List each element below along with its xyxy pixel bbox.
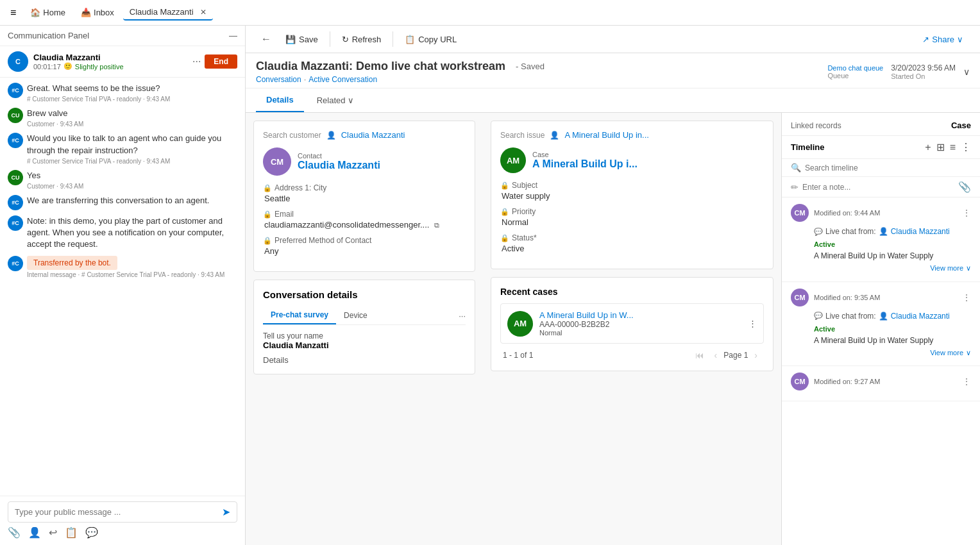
message-row: #C Note: in this demo, you play the part… bbox=[8, 215, 237, 251]
message-content: Would you like to talk to an agent who c… bbox=[27, 133, 237, 164]
entity-type: Contact bbox=[298, 152, 380, 160]
chat-icon[interactable]: 💬 bbox=[85, 526, 98, 539]
more-timeline-icon[interactable]: ⋮ bbox=[961, 141, 971, 153]
entry-more-icon[interactable]: ⋮ bbox=[962, 376, 971, 387]
hamburger-menu[interactable]: ≡ bbox=[5, 4, 21, 21]
share-button[interactable]: ↗ Share ∨ bbox=[916, 31, 970, 47]
template-icon[interactable]: 📋 bbox=[65, 526, 78, 539]
survey-field-value: Claudia Manzatti bbox=[263, 340, 466, 350]
entry-avatar: CM bbox=[791, 373, 809, 390]
field-status-value: Active bbox=[500, 244, 764, 253]
recent-case-title[interactable]: A Mineral Build Up in W... bbox=[539, 310, 742, 320]
tab-details[interactable]: Details bbox=[256, 88, 304, 112]
message-row: #C Great. What seems to be the issue? # … bbox=[8, 83, 237, 103]
toolbar-separator bbox=[393, 31, 393, 47]
email-copy-icon[interactable]: ⧉ bbox=[434, 221, 439, 229]
refresh-button[interactable]: ↻ Refresh bbox=[333, 31, 391, 47]
expand-icon[interactable]: ∨ bbox=[963, 67, 970, 77]
recent-cases-card: Recent cases AM A Mineral Build Up in W.… bbox=[491, 277, 773, 371]
record-meta: Demo chat queue Queue 3/20/2023 9:56 AM … bbox=[827, 63, 970, 80]
message-text: Great. What seems to be the issue? bbox=[27, 83, 237, 94]
breadcrumb-active-conversation[interactable]: Active Conversation bbox=[308, 75, 377, 84]
search-timeline-input[interactable] bbox=[805, 164, 971, 172]
details-label: Details bbox=[263, 355, 466, 365]
inbox-tab[interactable]: 📥 Inbox bbox=[74, 5, 121, 20]
entry-header: CM Modified on: 9:35 AM ⋮ bbox=[791, 289, 971, 306]
field-subject-label: 🔒 Subject bbox=[500, 181, 764, 190]
case-avatar: AM bbox=[500, 147, 526, 173]
customer-search-link[interactable]: Claudia Mazzanti bbox=[341, 130, 405, 140]
list-timeline-icon[interactable]: ≡ bbox=[950, 142, 956, 153]
claudia-tab[interactable]: Claudia Mazzanti ✕ bbox=[123, 4, 213, 21]
message-input[interactable] bbox=[15, 507, 217, 517]
survey-tab-device[interactable]: Device bbox=[336, 307, 375, 324]
survey-more-icon[interactable]: ··· bbox=[459, 311, 466, 321]
claudia-tab-label: Claudia Mazzanti bbox=[130, 7, 194, 17]
case-search-link[interactable]: A Mineral Build Up in... bbox=[564, 130, 649, 140]
chat-toolbar: 📎 👤 ↩ 📋 💬 bbox=[8, 523, 237, 540]
copy-url-button[interactable]: 📋 Copy URL bbox=[396, 31, 466, 47]
add-timeline-icon[interactable]: + bbox=[925, 142, 931, 153]
contact-icon[interactable]: 👤 bbox=[28, 526, 41, 539]
entry-content: 💬 Live chat from: 👤 Claudia Mazzanti Act… bbox=[791, 310, 971, 360]
case-more-icon[interactable]: ⋮ bbox=[748, 319, 757, 328]
close-tab-icon[interactable]: ✕ bbox=[200, 8, 207, 17]
end-button[interactable]: End bbox=[205, 55, 237, 69]
field-subject-value: Water supply bbox=[500, 191, 764, 201]
send-button[interactable]: ➤ bbox=[222, 506, 230, 518]
message-text: Yes bbox=[27, 170, 237, 181]
lock-icon: 🔒 bbox=[263, 237, 272, 245]
attach-icon[interactable]: 📎 bbox=[8, 526, 21, 539]
entry-more-icon[interactable]: ⋮ bbox=[962, 292, 971, 303]
field-status: 🔒 Status* Active bbox=[500, 233, 764, 253]
comm-panel-title: Communication Panel bbox=[8, 31, 89, 40]
content-toolbar: ← 💾 Save ↻ Refresh 📋 Copy URL ↗ Share ∨ bbox=[246, 26, 980, 53]
conv-info: C Claudia Mazzanti 00:01:17 🙂 Slightly p… bbox=[8, 51, 124, 72]
back-button[interactable]: ← bbox=[256, 31, 276, 47]
tabs-row: Details Related ∨ bbox=[246, 88, 980, 113]
bot-avatar: #C bbox=[8, 83, 23, 98]
more-options-icon[interactable]: ··· bbox=[192, 56, 201, 67]
entry-person-link[interactable]: Claudia Mazzanti bbox=[891, 310, 950, 322]
note-input[interactable] bbox=[802, 183, 954, 192]
save-button[interactable]: 💾 Save bbox=[276, 31, 327, 47]
quick-reply-icon[interactable]: ↩ bbox=[49, 526, 57, 539]
tab-related[interactable]: Related ∨ bbox=[307, 89, 365, 112]
date-started-label: Started On bbox=[891, 72, 956, 80]
bot-avatar: #C bbox=[8, 133, 23, 148]
breadcrumb-conversation[interactable]: Conversation bbox=[256, 75, 301, 84]
view-more-button[interactable]: View more ∨ bbox=[814, 346, 971, 360]
conversation-details-header: Conversation details bbox=[263, 289, 466, 300]
field-contact-method-label: 🔒 Preferred Method of Contact bbox=[263, 236, 466, 245]
first-page-button[interactable]: ⏮ bbox=[691, 349, 708, 362]
entry-time: Modified on: 9:35 AM bbox=[814, 294, 957, 301]
field-status-label: 🔒 Status* bbox=[500, 233, 764, 242]
conversation-details-card: Conversation details Pre-chat survey Dev… bbox=[253, 280, 475, 374]
home-icon: 🏠 bbox=[30, 8, 40, 17]
home-tab[interactable]: 🏠 Home bbox=[24, 5, 72, 20]
queue-sublabel: Queue bbox=[827, 72, 883, 80]
attach-note-icon[interactable]: 📎 bbox=[958, 181, 971, 193]
linked-records-label: Linked records bbox=[791, 121, 841, 130]
contact-avatar: CM bbox=[263, 147, 291, 176]
share-chevron-icon: ∨ bbox=[957, 35, 963, 44]
right-panel: Linked records Case Timeline + ⊞ ≡ ⋮ 🔍 bbox=[781, 113, 980, 545]
entry-content: 💬 Live chat from: 👤 Claudia Mazzanti Act… bbox=[791, 226, 971, 275]
chat-area: #C Great. What seems to be the issue? # … bbox=[0, 78, 245, 496]
view-more-button[interactable]: View more ∨ bbox=[814, 262, 971, 275]
entry-person-link[interactable]: Claudia Mazzanti bbox=[891, 226, 950, 237]
timeline-entry: CM Modified on: 9:35 AM ⋮ 💬 Live chat fr… bbox=[782, 282, 980, 367]
sentiment-icon: 🙂 bbox=[63, 62, 72, 71]
entity-name[interactable]: Claudia Mazzanti bbox=[298, 160, 380, 171]
save-icon: 💾 bbox=[285, 35, 296, 44]
message-content: Great. What seems to be the issue? # Cus… bbox=[27, 83, 237, 103]
share-label: Share bbox=[932, 35, 954, 44]
entry-more-icon[interactable]: ⋮ bbox=[962, 208, 971, 218]
case-entity-name[interactable]: A Mineral Build Up i... bbox=[532, 158, 638, 170]
filter-timeline-icon[interactable]: ⊞ bbox=[936, 141, 945, 153]
page-label: Page 1 bbox=[723, 351, 748, 360]
next-page-button[interactable]: › bbox=[750, 349, 761, 362]
minimize-icon[interactable]: — bbox=[229, 31, 237, 40]
survey-tab-pre-chat[interactable]: Pre-chat survey bbox=[263, 306, 336, 324]
prev-page-button[interactable]: ‹ bbox=[711, 349, 722, 362]
